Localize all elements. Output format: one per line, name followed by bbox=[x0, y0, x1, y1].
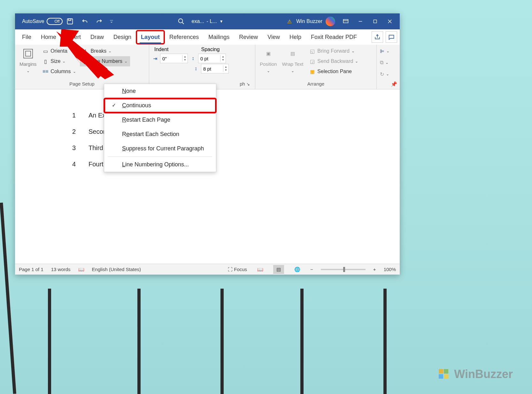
position-button[interactable]: ▣ Position ⌄ bbox=[258, 46, 279, 75]
read-mode-button[interactable]: 📖 bbox=[255, 265, 266, 274]
tab-design[interactable]: Design bbox=[109, 31, 136, 44]
orientation-button[interactable]: ▭ Orienta bbox=[40, 46, 78, 56]
statusbar: Page 1 of 1 13 words 📖 English (United S… bbox=[15, 264, 400, 275]
search-button[interactable] bbox=[174, 13, 189, 29]
undo-button[interactable] bbox=[77, 13, 92, 29]
focus-mode-button[interactable]: ⛶ Focus bbox=[228, 267, 247, 272]
svg-rect-1 bbox=[69, 19, 71, 21]
dropdown-continuous[interactable]: Continuous bbox=[104, 98, 216, 113]
bring-forward-button[interactable]: ◱ Bring Forward⌄ bbox=[306, 46, 361, 56]
line-numbers-button[interactable]: 1-2- Line Numbers⌄ bbox=[80, 56, 130, 66]
orientation-icon: ▭ bbox=[42, 48, 49, 54]
svg-rect-7 bbox=[374, 20, 376, 23]
bring-forward-icon: ◱ bbox=[309, 48, 315, 54]
svg-point-2 bbox=[179, 19, 183, 23]
maximize-button[interactable] bbox=[368, 13, 382, 29]
avatar[interactable] bbox=[326, 17, 335, 26]
ribbon-tabs: File Home ert Draw Design Layout Referen… bbox=[15, 29, 400, 45]
arrange-group-label: Arrange bbox=[258, 80, 374, 88]
document-title: exa... - L... ▼ bbox=[191, 19, 223, 24]
spacing-after-icon: ↕ bbox=[193, 65, 199, 72]
position-icon: ▣ bbox=[263, 48, 274, 59]
tab-references[interactable]: References bbox=[165, 31, 203, 44]
language-indicator[interactable]: English (United States) bbox=[92, 267, 141, 272]
watermark-text: WinBuzzer bbox=[454, 367, 513, 381]
tab-foxit[interactable]: Foxit Reader PDF bbox=[306, 31, 361, 44]
save-button[interactable] bbox=[63, 13, 77, 29]
indent-left-icon: ⇥ bbox=[152, 55, 158, 62]
breaks-button[interactable]: ⤓ Breaks⌄ bbox=[80, 46, 130, 56]
web-layout-button[interactable]: 🌐 bbox=[292, 265, 303, 274]
titlebar: AutoSave Off exa... - L... ▼ ⚠ Win Buzze… bbox=[15, 13, 400, 29]
dropdown-restart-section[interactable]: Reestart Each Section bbox=[104, 127, 216, 141]
spacing-before-input[interactable]: ▲▼ bbox=[198, 54, 226, 63]
send-backward-icon: ◲ bbox=[309, 58, 315, 64]
warning-icon: ⚠ bbox=[287, 19, 292, 25]
spacing-label: Spacing bbox=[201, 47, 220, 52]
align-button[interactable]: ⊫⌄ bbox=[379, 46, 390, 56]
watermark-logo-icon bbox=[437, 367, 451, 381]
spacing-after-input[interactable]: ▲▼ bbox=[201, 64, 229, 73]
autosave-toggle[interactable]: Off bbox=[47, 18, 63, 25]
zoom-in-button[interactable]: + bbox=[373, 267, 376, 272]
selection-pane-icon: ▦ bbox=[309, 68, 315, 75]
qat-dropdown[interactable] bbox=[107, 13, 116, 29]
zoom-level[interactable]: 100% bbox=[384, 267, 396, 272]
print-layout-button[interactable]: ▤ bbox=[273, 265, 284, 274]
svg-rect-0 bbox=[67, 19, 73, 24]
svg-line-3 bbox=[182, 22, 184, 24]
redo-button[interactable] bbox=[92, 13, 107, 29]
columns-icon: ≡≡ bbox=[42, 68, 49, 75]
group-button[interactable]: ⧉⌄ bbox=[379, 57, 389, 68]
dropdown-restart-page[interactable]: Restart Each Page bbox=[104, 113, 216, 127]
line-numbers-icon: 1-2- bbox=[82, 58, 89, 64]
dropdown-none[interactable]: None bbox=[104, 84, 216, 98]
indent-label: Indent bbox=[154, 47, 168, 52]
dropdown-options[interactable]: Line Numbering Options... bbox=[104, 157, 216, 172]
svg-rect-15 bbox=[444, 369, 448, 374]
autosave-label: AutoSave bbox=[22, 19, 44, 24]
svg-rect-10 bbox=[24, 49, 33, 58]
word-window: AutoSave Off exa... - L... ▼ ⚠ Win Buzze… bbox=[15, 13, 400, 275]
size-icon: ▯ bbox=[42, 58, 49, 64]
tab-help[interactable]: Help bbox=[285, 31, 306, 44]
size-button[interactable]: ▯ Size⌄ bbox=[40, 56, 78, 66]
rotate-button[interactable]: ↻⌄ bbox=[379, 69, 390, 79]
page-indicator[interactable]: Page 1 of 1 bbox=[19, 267, 43, 272]
tab-home[interactable]: Home bbox=[36, 31, 61, 44]
selection-pane-button[interactable]: ▦ Selection Pane bbox=[306, 66, 361, 77]
user-name[interactable]: Win Buzzer bbox=[296, 19, 322, 24]
indent-left-input[interactable]: ▲▼ bbox=[160, 54, 188, 63]
dropdown-suppress[interactable]: Suppress for Current Paragraph bbox=[104, 141, 216, 156]
svg-rect-4 bbox=[343, 19, 348, 23]
tab-layout[interactable]: Layout bbox=[136, 31, 164, 44]
comments-button[interactable] bbox=[386, 31, 397, 43]
tab-file[interactable]: File bbox=[18, 31, 36, 44]
tab-draw[interactable]: Draw bbox=[86, 31, 108, 44]
close-button[interactable] bbox=[382, 13, 397, 29]
wrap-text-icon: ▤ bbox=[287, 48, 298, 59]
tab-view[interactable]: View bbox=[263, 31, 284, 44]
svg-rect-11 bbox=[26, 51, 31, 56]
line-numbers-dropdown: None Continuous Restart Each Page Reesta… bbox=[104, 84, 216, 172]
word-count[interactable]: 13 words bbox=[51, 267, 71, 272]
tab-mailings[interactable]: Mailings bbox=[204, 31, 234, 44]
breaks-icon: ⤓ bbox=[82, 48, 89, 54]
spacing-before-icon: ↕ bbox=[190, 55, 196, 62]
wrap-text-button[interactable]: ▤ Wrap Text ⌄ bbox=[280, 46, 305, 75]
share-button[interactable] bbox=[372, 31, 383, 43]
columns-button[interactable]: ≡≡ Columns⌄ bbox=[40, 66, 78, 77]
svg-rect-16 bbox=[439, 374, 443, 379]
minimize-button[interactable] bbox=[353, 13, 368, 29]
tab-insert[interactable]: ert bbox=[61, 31, 85, 44]
pin-ribbon-icon[interactable]: 📌 bbox=[391, 81, 397, 87]
zoom-out-button[interactable]: − bbox=[310, 267, 313, 272]
margins-button[interactable]: Margins ⌄ bbox=[18, 46, 38, 75]
ribbon: Margins ⌄ ▭ Orienta ▯ Size⌄ ≡≡ Columns⌄ bbox=[15, 45, 400, 89]
ribbon-display-button[interactable] bbox=[338, 13, 353, 29]
zoom-slider[interactable] bbox=[321, 269, 366, 270]
svg-rect-14 bbox=[439, 369, 443, 374]
send-backward-button[interactable]: ◲ Send Backward⌄ bbox=[306, 56, 361, 66]
tab-review[interactable]: Review bbox=[235, 31, 262, 44]
spelling-icon[interactable]: 📖 bbox=[78, 267, 84, 272]
